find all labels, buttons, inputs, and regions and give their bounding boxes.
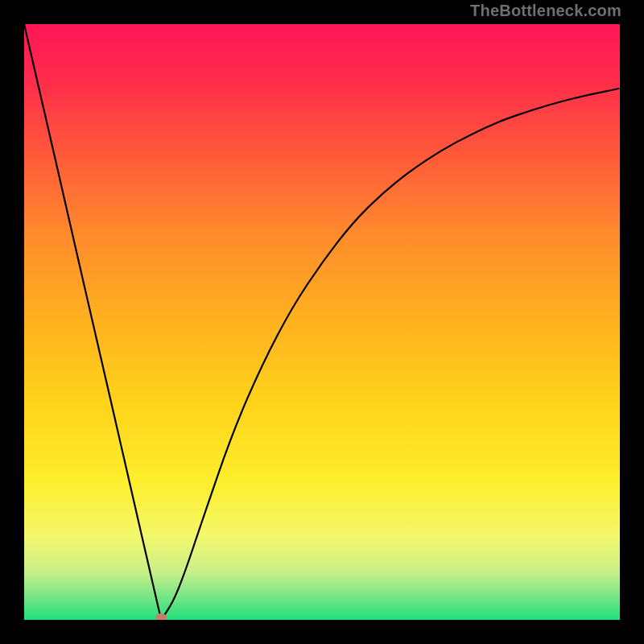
watermark-text: TheBottleneck.com [470,2,621,20]
chart-svg [24,24,620,620]
chart-frame [24,24,620,620]
gradient-background [24,24,620,620]
